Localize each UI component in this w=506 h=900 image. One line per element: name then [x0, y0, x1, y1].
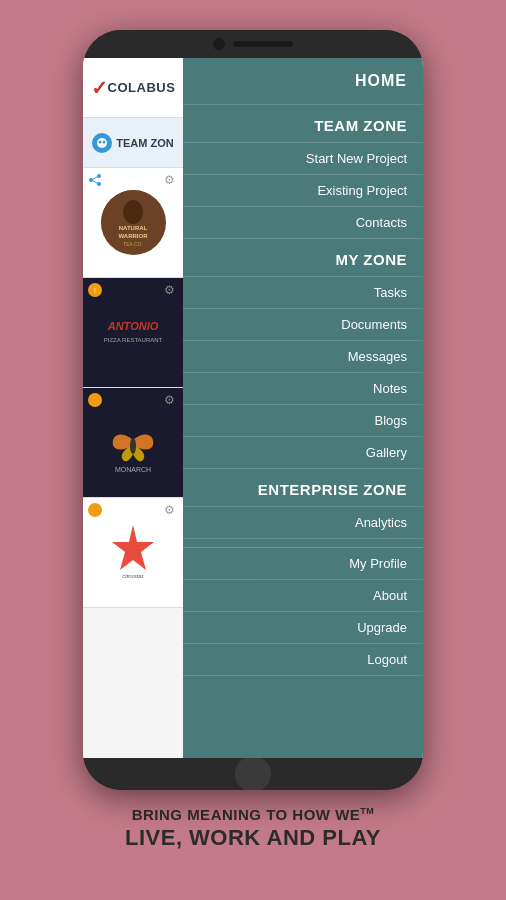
tagline-tm: TM: [360, 806, 374, 816]
contacts-item[interactable]: Contacts: [183, 207, 423, 239]
svg-text:NATURAL: NATURAL: [118, 225, 147, 231]
blogs-label: Blogs: [374, 413, 407, 428]
phone-container: ✓ COLABUS TEAM ZON: [83, 30, 423, 790]
notification-dot-citrustar: [88, 503, 102, 517]
svg-point-18: [89, 394, 101, 406]
analytics-item[interactable]: Analytics: [183, 507, 423, 539]
settings-icon: ⚙: [164, 173, 178, 187]
teamzone-header-text: TEAM ZONE: [314, 117, 407, 134]
home-button[interactable]: [235, 756, 271, 790]
logout-label: Logout: [367, 652, 407, 667]
upgrade-item[interactable]: Upgrade: [183, 612, 423, 644]
svg-text:MONARCH: MONARCH: [114, 466, 150, 473]
camera-icon: [213, 38, 225, 50]
svg-point-0: [97, 138, 107, 148]
settings-icon-monarch: ⚙: [164, 393, 178, 407]
settings-icon-citrustar: ⚙: [164, 503, 178, 517]
logout-item[interactable]: Logout: [183, 644, 423, 676]
svg-rect-15: [101, 300, 166, 365]
settings-icon-antonio: ⚙: [164, 283, 178, 297]
speaker-icon: [233, 41, 293, 47]
antonio-card[interactable]: ! ⚙ ANTONIO PIZZA RESTAURANT: [83, 278, 183, 388]
tagline-bottom: LIVE, WORK AND PLAY: [125, 825, 381, 851]
tagline-container: BRING MEANING TO HOW WETM LIVE, WORK AND…: [105, 806, 401, 851]
svg-text:ANTONIO: ANTONIO: [106, 320, 158, 332]
existing-project-item[interactable]: Existing Project: [183, 175, 423, 207]
natural-warrior-card[interactable]: ⚙ NATURAL WARRIOR TEA CO.: [83, 168, 183, 278]
tagline-top-text: BRING MEANING TO HOW WE: [132, 806, 361, 823]
teamzone-header: TEAM ZONE: [183, 105, 423, 143]
notes-label: Notes: [373, 381, 407, 396]
notification-dot-monarch: [88, 393, 102, 407]
phone-bottom-bar: [83, 758, 423, 790]
svg-text:!: !: [94, 287, 96, 294]
about-item[interactable]: About: [183, 580, 423, 612]
phone-top-bar: [83, 30, 423, 58]
left-sidebar: ✓ COLABUS TEAM ZON: [83, 58, 183, 758]
notification-dot: !: [88, 283, 102, 297]
blogs-item[interactable]: Blogs: [183, 405, 423, 437]
tasks-item[interactable]: Tasks: [183, 277, 423, 309]
svg-point-9: [123, 200, 143, 224]
enterprise-header: ENTERPRISE ZONE: [183, 469, 423, 507]
home-label: HOME: [355, 72, 407, 90]
svg-text:citrustar: citrustar: [122, 573, 143, 579]
analytics-label: Analytics: [355, 515, 407, 530]
colabus-v-icon: ✓: [91, 76, 108, 100]
start-new-project-item[interactable]: Start New Project: [183, 143, 423, 175]
svg-line-7: [91, 180, 99, 184]
notes-item[interactable]: Notes: [183, 373, 423, 405]
phone-screen: ✓ COLABUS TEAM ZON: [83, 58, 423, 758]
messages-label: Messages: [348, 349, 407, 364]
svg-point-25: [125, 542, 141, 558]
colabus-card[interactable]: ✓ COLABUS: [83, 58, 183, 118]
myzone-header-text: MY ZONE: [335, 251, 407, 268]
citrustar-card[interactable]: ⚙ citrustar: [83, 498, 183, 608]
colabus-name: COLABUS: [108, 80, 176, 95]
about-label: About: [373, 588, 407, 603]
documents-label: Documents: [341, 317, 407, 332]
tagline-top: BRING MEANING TO HOW WETM: [125, 806, 381, 823]
documents-item[interactable]: Documents: [183, 309, 423, 341]
messages-item[interactable]: Messages: [183, 341, 423, 373]
colabus-logo: ✓ COLABUS: [83, 76, 183, 100]
svg-text:TEA CO.: TEA CO.: [123, 241, 143, 247]
svg-line-6: [91, 176, 99, 180]
teamzone-label: TEAM ZON: [116, 137, 173, 149]
svg-point-20: [130, 438, 136, 454]
svg-point-1: [99, 140, 102, 143]
myzone-header: MY ZONE: [183, 239, 423, 277]
home-menu-item[interactable]: HOME: [183, 58, 423, 105]
monarch-logo: MONARCH: [98, 408, 168, 478]
contacts-label: Contacts: [356, 215, 407, 230]
gallery-item[interactable]: Gallery: [183, 437, 423, 469]
svg-point-22: [89, 504, 101, 516]
my-profile-label: My Profile: [349, 556, 407, 571]
right-menu: HOME TEAM ZONE Start New Project Existin…: [183, 58, 423, 758]
antonio-logo: ANTONIO PIZZA RESTAURANT: [98, 298, 168, 368]
citrustar-logo: citrustar: [101, 520, 166, 585]
existing-project-label: Existing Project: [317, 183, 407, 198]
my-profile-item[interactable]: My Profile: [183, 547, 423, 580]
teamzone-icon: [92, 133, 112, 153]
gallery-label: Gallery: [366, 445, 407, 460]
enterprise-header-text: ENTERPRISE ZONE: [258, 481, 407, 498]
svg-text:PIZZA RESTAURANT: PIZZA RESTAURANT: [103, 337, 162, 343]
svg-point-2: [103, 140, 106, 143]
upgrade-label: Upgrade: [357, 620, 407, 635]
natural-warrior-logo: NATURAL WARRIOR TEA CO.: [101, 190, 166, 255]
monarch-card[interactable]: ⚙ MONARCH: [83, 388, 183, 498]
start-new-project-label: Start New Project: [306, 151, 407, 166]
tasks-label: Tasks: [374, 285, 407, 300]
share-icon: [88, 173, 102, 187]
teamzone-card[interactable]: TEAM ZON: [83, 118, 183, 168]
svg-text:WARRIOR: WARRIOR: [118, 233, 148, 239]
